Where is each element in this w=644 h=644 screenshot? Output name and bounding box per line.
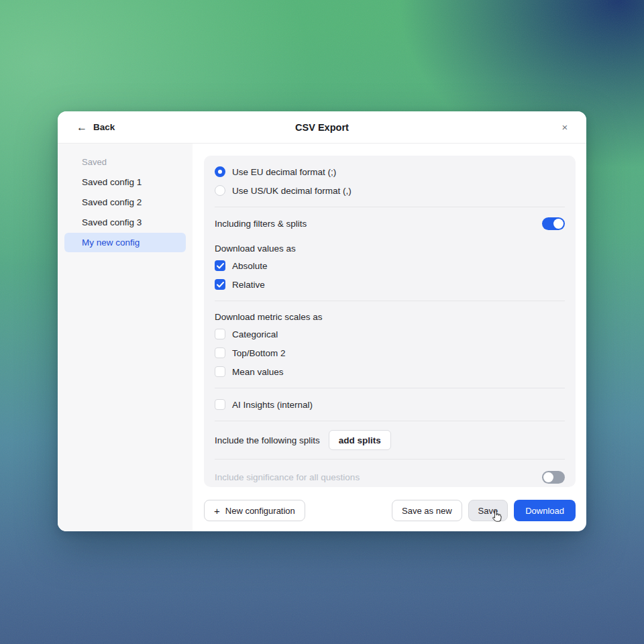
unchecked-checkbox-icon[interactable]: [215, 347, 225, 358]
checkbox-ai-insights[interactable]: AI Insights (internal): [215, 395, 565, 414]
footer-action-buttons: Save as new Save Download: [392, 500, 576, 521]
settings-card: Use EU decimal format (;) Use US/UK deci…: [204, 156, 576, 487]
include-splits-label: Include the following splits: [215, 435, 320, 445]
filters-splits-toggle[interactable]: [542, 217, 565, 230]
sidebar-item-saved-config-3[interactable]: Saved config 3: [64, 213, 186, 232]
include-splits-row: Include the following splits add splits: [215, 428, 565, 452]
download-button[interactable]: Download: [514, 500, 576, 521]
checked-checkbox-icon[interactable]: [215, 260, 225, 271]
unchecked-checkbox-icon[interactable]: [215, 329, 225, 339]
checkbox-label: Top/Bottom 2: [232, 348, 286, 358]
checkbox-categorical[interactable]: Categorical: [215, 325, 565, 343]
checkbox-top-bottom-2[interactable]: Top/Bottom 2: [215, 343, 565, 362]
sidebar-item-saved-config-2[interactable]: Saved config 2: [64, 193, 186, 212]
radio-unselected-icon[interactable]: [215, 185, 225, 196]
significance-row: Include significance for all questions: [215, 466, 565, 488]
checkbox-label: Absolute: [232, 261, 268, 271]
radio-label: Use EU decimal format (;): [232, 167, 336, 177]
close-icon[interactable]: ×: [555, 117, 574, 136]
filters-splits-row: Including filters & splits: [215, 214, 565, 233]
download-values-label: Download values as: [215, 240, 565, 256]
radio-label: Use US/UK decimal format (,): [232, 186, 352, 196]
toggle-knob: [553, 219, 564, 229]
significance-label: Include significance for all questions: [215, 472, 360, 482]
csv-export-dialog: ← Back CSV Export × Saved Saved config 1…: [58, 111, 586, 531]
add-splits-button[interactable]: add splits: [329, 430, 391, 450]
save-button[interactable]: Save: [468, 500, 508, 521]
plus-icon: +: [214, 505, 220, 517]
unchecked-checkbox-icon[interactable]: [215, 366, 225, 377]
checkbox-relative[interactable]: Relative: [215, 275, 565, 294]
checkbox-mean-values[interactable]: Mean values: [215, 362, 565, 381]
dialog-body: Saved Saved config 1 Saved config 2 Save…: [58, 144, 586, 531]
unchecked-checkbox-icon[interactable]: [215, 399, 225, 410]
checkbox-absolute[interactable]: Absolute: [215, 256, 565, 275]
save-as-new-button[interactable]: Save as new: [392, 500, 462, 521]
divider: [215, 388, 565, 388]
dialog-header: ← Back CSV Export ×: [58, 111, 586, 144]
metric-scales-label: Download metric scales as: [215, 309, 565, 325]
dialog-title: CSV Export: [295, 122, 349, 133]
sidebar-section-label: Saved: [58, 153, 193, 171]
checkbox-label: Categorical: [232, 329, 278, 339]
checked-checkbox-icon[interactable]: [215, 279, 225, 290]
radio-selected-icon[interactable]: [215, 166, 225, 177]
divider: [215, 459, 565, 460]
significance-toggle[interactable]: [542, 471, 565, 484]
new-configuration-button[interactable]: + New configuration: [204, 500, 305, 521]
back-button[interactable]: ← Back: [76, 122, 115, 133]
checkbox-label: Relative: [232, 280, 265, 290]
sidebar-item-saved-config-1[interactable]: Saved config 1: [64, 172, 186, 192]
toggle-knob: [543, 472, 553, 482]
checkbox-label: Mean values: [232, 367, 284, 377]
checkbox-label: AI Insights (internal): [232, 400, 313, 410]
export-settings-panel: Use EU decimal format (;) Use US/UK deci…: [193, 144, 586, 531]
radio-usuk-decimal-format[interactable]: Use US/UK decimal format (,): [215, 181, 565, 200]
new-configuration-label: New configuration: [225, 506, 295, 516]
filters-splits-label: Including filters & splits: [215, 219, 307, 229]
divider: [215, 421, 565, 421]
divider: [215, 207, 565, 207]
back-label: Back: [93, 122, 115, 132]
back-arrow-icon: ←: [76, 122, 87, 133]
sidebar-item-my-new-config[interactable]: My new config: [64, 233, 186, 252]
radio-eu-decimal-format[interactable]: Use EU decimal format (;): [215, 162, 565, 181]
saved-configs-sidebar: Saved Saved config 1 Saved config 2 Save…: [58, 144, 193, 531]
divider: [215, 301, 565, 301]
dialog-footer: + New configuration Save as new Save Dow…: [193, 487, 586, 521]
